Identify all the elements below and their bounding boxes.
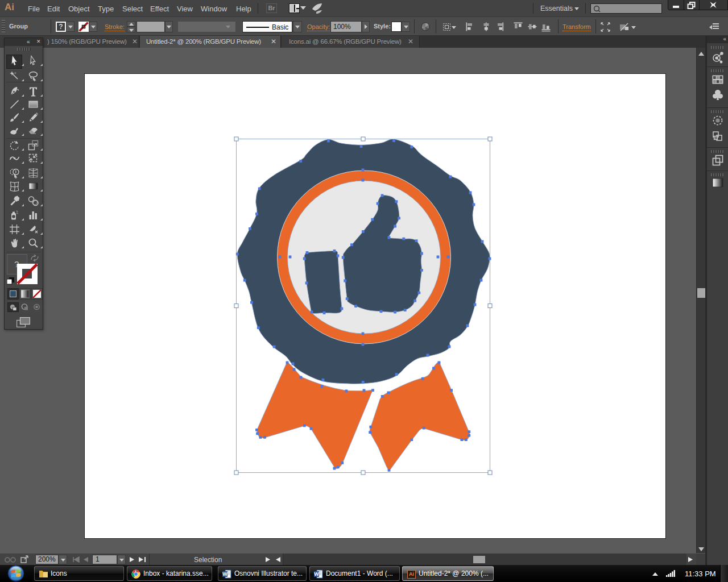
svg-text:W: W [222,571,228,577]
svg-text:W: W [314,571,319,577]
